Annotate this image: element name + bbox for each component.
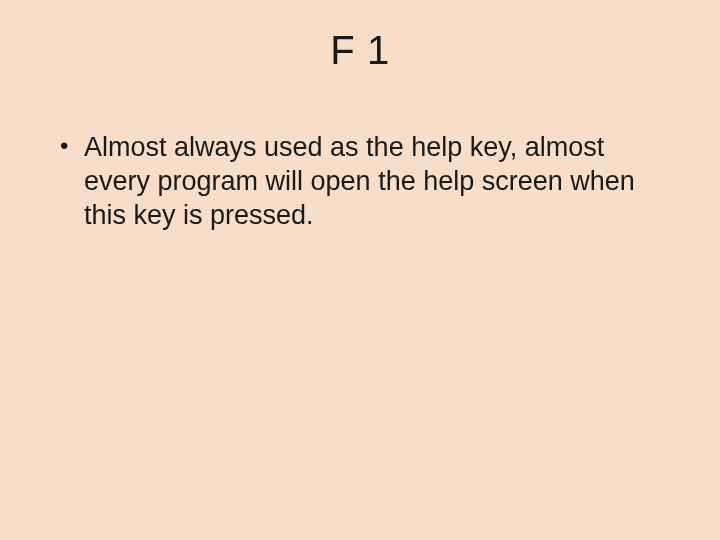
bullet-item: Almost always used as the help key, almo… <box>54 131 666 232</box>
bullet-list: Almost always used as the help key, almo… <box>54 131 666 232</box>
slide-title: F 1 <box>54 28 666 73</box>
